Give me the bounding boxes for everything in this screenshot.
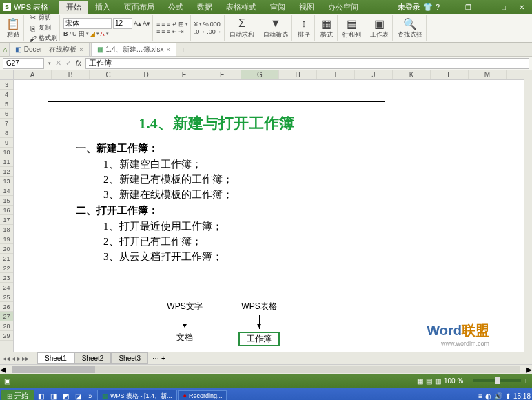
fx-cancel-icon[interactable]: ✕ bbox=[55, 59, 61, 68]
row-header[interactable]: 17 bbox=[0, 215, 13, 225]
indent-dec-button[interactable]: ⇤ bbox=[172, 28, 177, 35]
close-button[interactable]: ✕ bbox=[514, 2, 529, 12]
copy-button[interactable]: ⎘复制 bbox=[28, 23, 51, 33]
tray-icon[interactable]: ⬆ bbox=[505, 392, 511, 400]
fx-confirm-icon[interactable]: ✓ bbox=[65, 59, 72, 68]
minimize-button[interactable]: — bbox=[442, 2, 458, 12]
indent-inc-button[interactable]: ⇥ bbox=[178, 28, 184, 35]
fx-icon[interactable]: fx bbox=[76, 59, 81, 67]
merge-button[interactable]: ⊞▾ bbox=[178, 21, 188, 28]
row-header[interactable]: 9 bbox=[0, 138, 13, 148]
taskbar-item-wps[interactable]: ▦ WPS 表格 - [1.4、新... bbox=[97, 390, 177, 401]
row-header[interactable]: 3 bbox=[0, 80, 13, 90]
skin-icon[interactable]: 👕 bbox=[423, 3, 433, 12]
align-left-button[interactable]: ≡ bbox=[156, 28, 160, 35]
sheet-tab[interactable]: Sheet1 bbox=[37, 352, 74, 364]
decrease-font-button[interactable]: A▾ bbox=[143, 20, 150, 27]
paste-button[interactable]: 📋 粘贴 bbox=[5, 16, 21, 40]
autosum-button[interactable]: Σ自动求和 bbox=[228, 16, 256, 40]
format-painter-button[interactable]: 🖌格式刷 bbox=[28, 34, 57, 43]
zoom-slider[interactable] bbox=[473, 379, 521, 382]
row-header[interactable]: 23 bbox=[0, 273, 13, 283]
title-dropdown-icon[interactable]: ▾ bbox=[48, 4, 51, 10]
col-header[interactable]: J bbox=[355, 70, 393, 79]
row-header[interactable]: 16 bbox=[0, 206, 13, 215]
row-header[interactable]: 8 bbox=[0, 128, 13, 138]
selected-cell[interactable]: 工作簿 bbox=[238, 332, 280, 346]
login-status[interactable]: 未登录 bbox=[398, 2, 420, 12]
dec-inc-button[interactable]: .0→ bbox=[194, 28, 206, 35]
tab-home[interactable]: 开始 bbox=[59, 1, 88, 14]
tray-icon[interactable]: ≡ bbox=[478, 392, 482, 400]
row-header[interactable]: 19 bbox=[0, 234, 13, 244]
border-button[interactable]: 田▾ bbox=[79, 30, 89, 39]
namebox-dropdown-icon[interactable]: ▾ bbox=[48, 61, 51, 66]
tab-data[interactable]: 数据 bbox=[190, 1, 219, 14]
col-header[interactable]: L bbox=[431, 70, 469, 79]
autofilter-button[interactable]: ▼自动筛选 bbox=[262, 16, 289, 40]
wrap-button[interactable]: ⤶ bbox=[172, 21, 177, 28]
row-header[interactable]: 4 bbox=[0, 90, 13, 99]
view-break-icon[interactable]: ▥ bbox=[435, 377, 441, 385]
col-header[interactable]: K bbox=[393, 70, 431, 79]
start-button[interactable]: ⊞ 开始 bbox=[1, 390, 34, 400]
minimize2-button[interactable]: — bbox=[478, 2, 493, 12]
ql-icon[interactable]: ◨ bbox=[48, 390, 59, 400]
align-top-button[interactable]: ≡ bbox=[156, 21, 160, 28]
col-header[interactable]: B bbox=[52, 70, 90, 79]
clock[interactable]: 15:18 bbox=[513, 392, 531, 400]
col-header[interactable]: E bbox=[165, 70, 203, 79]
row-header[interactable]: 29 bbox=[0, 331, 13, 341]
align-right-button[interactable]: ≡ bbox=[167, 28, 170, 35]
cell-grid[interactable]: 1.4、新建与打开工作簿 一、新建工作簿： 1、新建空白工作簿； 2、新建已有模… bbox=[14, 80, 524, 352]
ql-icon[interactable]: ◪ bbox=[72, 390, 83, 400]
doctab-workbook[interactable]: ▦ 1.4、新建…簿.xlsx × bbox=[91, 43, 176, 57]
maximize-button[interactable]: □ bbox=[496, 2, 511, 12]
ql-icon[interactable]: » bbox=[85, 390, 96, 400]
font-size-input[interactable] bbox=[113, 18, 132, 29]
findsel-button[interactable]: 🔍查找选择 bbox=[396, 16, 424, 40]
sort-button[interactable]: ↕排序 bbox=[296, 16, 312, 40]
tab-pagelayout[interactable]: 页面布局 bbox=[117, 1, 161, 14]
help-icon[interactable]: ? bbox=[436, 3, 440, 11]
increase-font-button[interactable]: A▴ bbox=[134, 20, 141, 27]
font-color-button[interactable]: A▾ bbox=[101, 30, 109, 37]
taskbar-item-recording[interactable]: ● Recording... bbox=[178, 390, 227, 400]
tab-tablestyle[interactable]: 表格样式 bbox=[219, 1, 263, 14]
row-header[interactable]: 21 bbox=[0, 254, 13, 263]
worksheet-button[interactable]: ▣工作表 bbox=[369, 16, 390, 40]
underline-button[interactable]: U bbox=[72, 30, 77, 37]
bold-button[interactable]: B bbox=[63, 30, 68, 37]
row-header[interactable]: 25 bbox=[0, 292, 13, 302]
tray-icon[interactable]: 🔊 bbox=[494, 392, 502, 400]
zoom-level[interactable]: 100 % bbox=[444, 377, 463, 385]
row-header[interactable]: 28 bbox=[0, 321, 13, 331]
select-all-corner[interactable] bbox=[0, 70, 14, 80]
dec-dec-button[interactable]: .00→ bbox=[207, 28, 222, 35]
row-header[interactable]: 24 bbox=[0, 283, 13, 292]
sheet-nav[interactable]: ◂◂ ◂ ▸ ▸▸ bbox=[3, 354, 37, 362]
restore-button[interactable]: ❐ bbox=[460, 2, 475, 12]
tab-insert[interactable]: 插入 bbox=[88, 1, 117, 14]
col-header[interactable]: F bbox=[203, 70, 241, 79]
sheet-tab[interactable]: Sheet2 bbox=[74, 352, 112, 364]
tab-formula[interactable]: 公式 bbox=[161, 1, 190, 14]
ql-icon[interactable]: ◩ bbox=[60, 390, 71, 400]
row-header[interactable]: 5 bbox=[0, 99, 13, 109]
row-header[interactable]: 12 bbox=[0, 167, 13, 177]
ql-icon[interactable]: ◧ bbox=[35, 390, 46, 400]
rowcol-button[interactable]: ▤行和列 bbox=[341, 16, 362, 40]
view-page-icon[interactable]: ▤ bbox=[426, 377, 432, 385]
add-tab-button[interactable]: + bbox=[178, 45, 189, 54]
zoom-in-button[interactable]: + bbox=[524, 377, 528, 385]
doctab-home-icon[interactable]: ⌂ bbox=[3, 46, 8, 54]
close-tab-icon[interactable]: × bbox=[167, 46, 170, 53]
row-header[interactable]: 15 bbox=[0, 196, 13, 206]
view-normal-icon[interactable]: ▦ bbox=[417, 377, 423, 385]
horizontal-scrollbar[interactable]: ◂▸ bbox=[0, 364, 532, 374]
format-button[interactable]: ▦格式 bbox=[318, 16, 335, 40]
row-header[interactable]: 13 bbox=[0, 177, 13, 186]
tab-review[interactable]: 审阅 bbox=[263, 1, 292, 14]
row-header[interactable]: 14 bbox=[0, 186, 13, 196]
doctab-templates[interactable]: ◧ Docer—在线模板 × bbox=[9, 43, 90, 57]
